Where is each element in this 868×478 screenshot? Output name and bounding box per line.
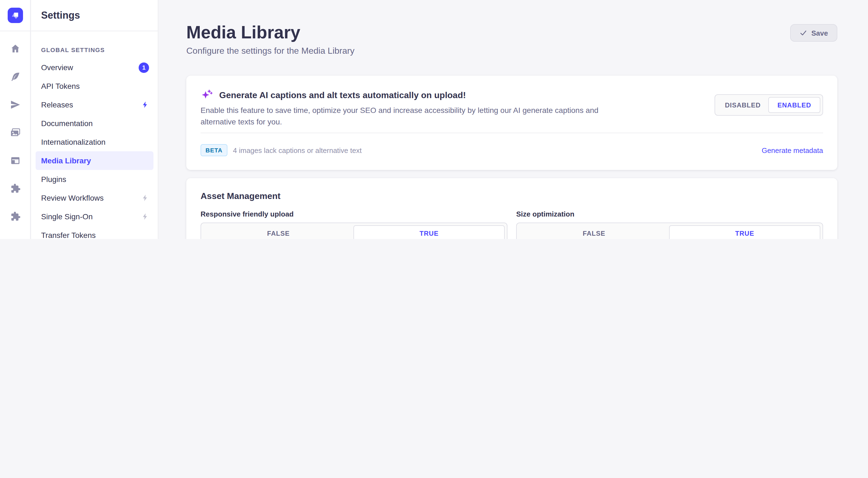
field-label: Responsive friendly upload bbox=[200, 210, 507, 218]
responsive-upload-toggle: FALSE TRUE bbox=[200, 222, 507, 239]
page-subtitle: Configure the settings for the Media Lib… bbox=[186, 46, 354, 56]
main-content: Media Library Configure the settings for… bbox=[158, 0, 868, 239]
sidebar-item-review-workflows[interactable]: Review Workflows bbox=[31, 188, 158, 207]
section-label: GLOBAL SETTINGS bbox=[31, 47, 158, 53]
sidebar-item-api-tokens[interactable]: API Tokens bbox=[31, 77, 158, 95]
check-icon bbox=[799, 29, 807, 37]
settings-sidebar-list: GLOBAL SETTINGS Overview 1 API Tokens Re… bbox=[31, 31, 158, 239]
home-icon[interactable] bbox=[0, 34, 30, 62]
strapi-logo[interactable] bbox=[7, 8, 23, 23]
lightning-icon bbox=[142, 194, 149, 202]
ai-toggle-disabled-option[interactable]: DISABLED bbox=[717, 97, 768, 113]
lightning-icon bbox=[142, 101, 149, 109]
feather-icon[interactable] bbox=[0, 62, 30, 90]
sidebar-item-internationalization[interactable]: Internationalization bbox=[31, 133, 158, 151]
ai-sparkles-icon bbox=[200, 89, 213, 101]
lightning-icon bbox=[142, 213, 149, 220]
rail-header bbox=[0, 0, 30, 31]
sidebar-item-overview[interactable]: Overview 1 bbox=[31, 58, 158, 77]
page-header: Media Library Configure the settings for… bbox=[186, 22, 837, 56]
ai-toggle-enabled-option[interactable]: ENABLED bbox=[768, 97, 820, 113]
sidebar-item-single-sign-on[interactable]: Single Sign-On bbox=[31, 207, 158, 226]
asset-management-fields: Responsive friendly upload FALSE TRUE En… bbox=[200, 210, 823, 239]
sidebar-title: Settings bbox=[41, 9, 80, 21]
settings-sidebar: Settings GLOBAL SETTINGS Overview 1 API … bbox=[31, 0, 158, 239]
field-size-optimization: Size optimization FALSE TRUE Enabling th… bbox=[516, 210, 823, 239]
banner-divider bbox=[200, 133, 823, 133]
marketplace-icon[interactable] bbox=[0, 202, 30, 230]
overview-notification-badge: 1 bbox=[138, 62, 149, 72]
generate-metadata-link[interactable]: Generate metadata bbox=[762, 146, 823, 154]
sidebar-item-plugins[interactable]: Plugins bbox=[31, 170, 158, 188]
banner-title: Generate AI captions and alt texts autom… bbox=[219, 90, 466, 100]
rail-icons: 1 bbox=[0, 31, 30, 239]
banner-description: Enable this feature to save time, optimi… bbox=[200, 105, 600, 128]
field-label: Size optimization bbox=[516, 210, 823, 218]
paper-plane-icon[interactable] bbox=[0, 90, 30, 118]
section-global-settings: GLOBAL SETTINGS Overview 1 API Tokens Re… bbox=[31, 47, 158, 239]
responsive-upload-true-option[interactable]: TRUE bbox=[353, 225, 505, 239]
responsive-upload-false-option[interactable]: FALSE bbox=[203, 225, 353, 239]
ai-feature-toggle: DISABLED ENABLED bbox=[715, 94, 823, 116]
field-responsive-friendly-upload: Responsive friendly upload FALSE TRUE En… bbox=[200, 210, 507, 239]
sidebar-item-media-library[interactable]: Media Library bbox=[36, 151, 153, 170]
size-optimization-false-option[interactable]: FALSE bbox=[519, 225, 669, 239]
beta-badge: BETA bbox=[200, 144, 227, 156]
missing-captions-status: 4 images lack captions or alternative te… bbox=[233, 146, 362, 154]
app-root: 1 M Settings GLOBAL SETTINGS Overview 1 bbox=[0, 0, 868, 239]
main-nav-rail: 1 M bbox=[0, 0, 31, 239]
asset-management-card: Asset Management Responsive friendly upl… bbox=[186, 178, 837, 239]
page-title: Media Library bbox=[186, 22, 354, 43]
plugins-icon[interactable] bbox=[0, 174, 30, 202]
size-optimization-toggle: FALSE TRUE bbox=[516, 222, 823, 239]
beta-row: BETA 4 images lack captions or alternati… bbox=[200, 143, 823, 157]
content-manager-icon[interactable] bbox=[0, 146, 30, 174]
asset-management-title: Asset Management bbox=[200, 191, 823, 201]
sidebar-item-transfer-tokens[interactable]: Transfer Tokens bbox=[31, 226, 158, 239]
settings-sidebar-header: Settings bbox=[31, 0, 158, 31]
ai-captions-banner: Generate AI captions and alt texts autom… bbox=[186, 76, 837, 170]
sidebar-item-releases[interactable]: Releases bbox=[31, 95, 158, 114]
media-library-icon[interactable] bbox=[0, 118, 30, 146]
cart-icon[interactable] bbox=[0, 230, 30, 239]
strapi-logo-glyph bbox=[9, 9, 21, 21]
size-optimization-true-option[interactable]: TRUE bbox=[669, 225, 820, 239]
save-button[interactable]: Save bbox=[790, 24, 837, 42]
sidebar-item-documentation[interactable]: Documentation bbox=[31, 114, 158, 133]
